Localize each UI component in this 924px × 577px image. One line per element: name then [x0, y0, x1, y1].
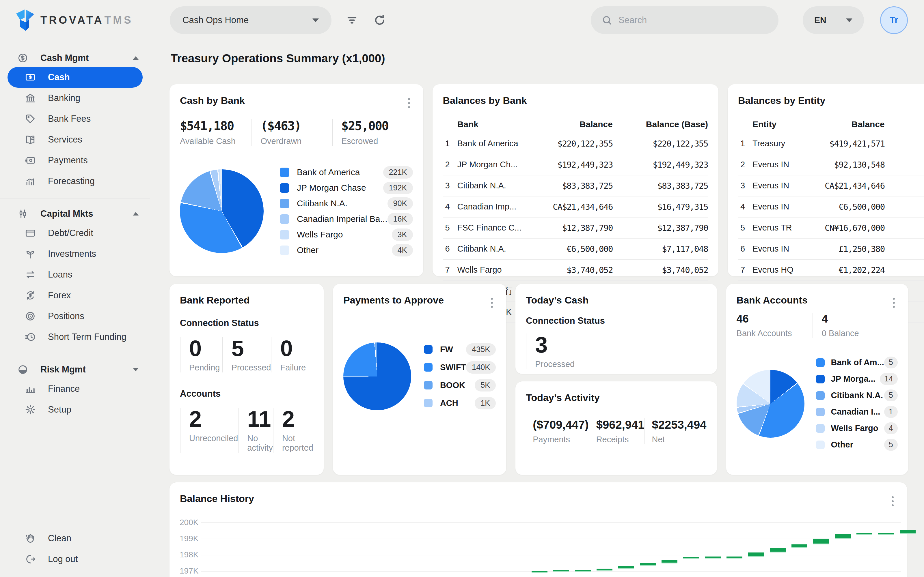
table-row[interactable]: 5 FSC Finance C... $12,387,790 $12,387,7…	[443, 218, 708, 239]
waterfall-bar[interactable]	[575, 570, 591, 572]
sidebar-item[interactable]: Setup	[8, 399, 143, 420]
legend-item[interactable]: SWIFT 140K	[424, 358, 496, 376]
legend-item[interactable]: Canadian Imperial Ba... 16K	[280, 211, 413, 227]
legend-item[interactable]: Canadian I... 1	[816, 404, 898, 420]
bars-icon	[25, 384, 36, 394]
legend-item[interactable]: Citibank N.A. 90K	[280, 196, 413, 211]
sidebar-section-capital-mkts[interactable]: Capital Mkts	[0, 205, 150, 223]
kebab-menu-button[interactable]	[489, 296, 494, 309]
table-row[interactable]: 2 JP Morgan Ch... $192,449,323 $192,449,…	[443, 154, 708, 176]
legend-item[interactable]: Wells Fargo 3K	[280, 227, 413, 242]
tag-icon	[25, 113, 36, 124]
waterfall-bar[interactable]	[878, 533, 894, 535]
waterfall-bar[interactable]	[856, 533, 872, 535]
sidebar-item[interactable]: Positions	[8, 306, 143, 327]
waterfall-bar[interactable]	[900, 530, 916, 534]
sidebar-item[interactable]: Cash	[8, 67, 143, 88]
plant-icon	[25, 248, 36, 259]
card-todays-cash: Today’s Cash Connection Status 3 Process…	[515, 284, 717, 374]
table-row[interactable]: 2 Everus IN $92,130,548 $92,130,548	[738, 154, 924, 176]
stat-value: 46	[737, 313, 813, 325]
sidebar-section-risk-mgmt[interactable]: Risk Mgmt	[0, 361, 150, 379]
waterfall-bar[interactable]	[618, 566, 634, 569]
table-row[interactable]: 4 Canadian Imp... CA$21,434,646 $16,479,…	[443, 197, 708, 218]
waterfall-bar[interactable]	[705, 556, 721, 559]
sidebar-item[interactable]: Bank Fees	[8, 108, 143, 129]
legend-item[interactable]: JP Morgan Chase 192K	[280, 180, 413, 196]
main-content: Treasury Operations Summary (x1,000) Cas…	[170, 40, 907, 577]
waterfall-bar[interactable]	[596, 569, 612, 571]
waterfall-bar[interactable]	[792, 545, 807, 548]
table-row[interactable]: 3 Everus IN CA$21,434,646 $16,479,315	[738, 176, 924, 197]
filter-button[interactable]	[342, 10, 362, 30]
sidebar-item[interactable]: Loans	[8, 264, 143, 285]
kebab-menu-button[interactable]	[890, 495, 895, 508]
table-row[interactable]: 6 Citibank N.A. €6,500,000 $7,117,048	[443, 239, 708, 259]
waterfall-bar[interactable]	[640, 563, 656, 566]
waterfall-bar[interactable]	[662, 560, 677, 563]
sidebar-item-label: Finance	[48, 384, 80, 394]
table-row[interactable]: 7 Everus HQ €1,202,224 $1,316,352	[738, 259, 924, 281]
kebab-menu-button[interactable]	[406, 97, 412, 110]
refresh-button[interactable]	[370, 10, 390, 30]
legend-item[interactable]: Other 5	[816, 437, 898, 453]
chevron-down-icon	[312, 18, 319, 22]
sidebar-item[interactable]: Short Term Funding	[8, 327, 143, 347]
legend-item[interactable]: BOOK 5K	[424, 376, 496, 394]
card-title: Payments to Approve	[343, 294, 496, 306]
table-row[interactable]: 7 Wells Fargo $3,740,052 $3,740,052	[443, 259, 708, 281]
legend-item[interactable]: JP Morga... 14	[816, 371, 898, 387]
legend-item[interactable]: Bank of America 221K	[280, 164, 413, 180]
legend-item[interactable]: Bank of Am... 5	[816, 354, 898, 371]
table-row[interactable]: 1 Treasury $419,421,571 $419,421,571	[738, 133, 924, 154]
language-selector[interactable]: EN	[803, 6, 864, 34]
sidebar-item-label: Cash	[48, 72, 70, 82]
bank-accounts-pie-chart	[737, 370, 804, 438]
legend-item[interactable]: Wells Fargo 4	[816, 420, 898, 437]
waterfall-bar[interactable]	[748, 553, 764, 558]
gridline	[201, 522, 901, 523]
sidebar-item[interactable]: Clean	[8, 528, 143, 549]
legend-item[interactable]: ACH 1K	[424, 394, 496, 412]
sidebar-item[interactable]: Banking	[8, 88, 143, 108]
table-row[interactable]: 5 Everus TR CN¥16,670,000 $2,407,220	[738, 218, 924, 239]
sidebar-item[interactable]: Investments	[8, 243, 143, 264]
search-bar[interactable]	[591, 6, 779, 34]
sidebar-item[interactable]: Debt/Credit	[8, 223, 143, 243]
waterfall-bar[interactable]	[553, 570, 569, 572]
kebab-menu-button[interactable]	[891, 296, 897, 309]
waterfall-bar[interactable]	[727, 556, 742, 559]
waterfall-bar[interactable]	[683, 557, 699, 559]
sidebar-item[interactable]: Payments	[8, 150, 143, 171]
card-title: Balance History	[180, 493, 897, 504]
legend-swatch	[280, 199, 289, 208]
stat: $25,000 Escrowed	[332, 119, 413, 146]
waterfall-bar[interactable]	[770, 548, 786, 553]
table-row[interactable]: 4 Everus IN €6,500,000 $7,117,048	[738, 197, 924, 218]
sidebar-section-cash-mgmt[interactable]: Cash Mgmt	[0, 49, 150, 67]
table-row[interactable]: 6 Everus IN £1,250,380 $71,404,921	[738, 239, 924, 259]
sidebar-item[interactable]: Finance	[8, 379, 143, 399]
sidebar-item[interactable]: Log out	[8, 549, 143, 569]
legend-item[interactable]: Citibank N.A. 5	[816, 387, 898, 404]
balance-history-waterfall-chart: 200K199K198K197K	[201, 522, 901, 577]
waterfall-bar[interactable]	[531, 571, 548, 573]
sidebar-item[interactable]: Forecasting	[8, 171, 143, 192]
search-input[interactable]	[619, 15, 757, 26]
chevron-down-icon	[133, 368, 139, 371]
waterfall-bar[interactable]	[835, 534, 851, 538]
sidebar-item-label: Clean	[48, 533, 71, 543]
gridline	[201, 538, 901, 539]
view-selector-dropdown[interactable]: Cash Ops Home	[170, 6, 331, 34]
sidebar-item[interactable]: Forex	[8, 285, 143, 306]
table-row[interactable]: 3 Citibank N.A. $83,383,725 $83,383,725	[443, 176, 708, 197]
sidebar-item[interactable]: Services	[8, 129, 143, 150]
stat: ($463) Overdrawn	[252, 119, 332, 146]
user-avatar[interactable]: Tr	[880, 6, 908, 34]
legend-item[interactable]: FW 435K	[424, 340, 496, 358]
waterfall-bar[interactable]	[813, 538, 829, 545]
stat-value: $962,941	[596, 418, 645, 431]
legend-item[interactable]: Other 4K	[280, 242, 413, 258]
table-row[interactable]: 1 Bank of America $220,122,355 $220,122,…	[443, 133, 708, 154]
stat-label: Receipts	[596, 435, 645, 444]
